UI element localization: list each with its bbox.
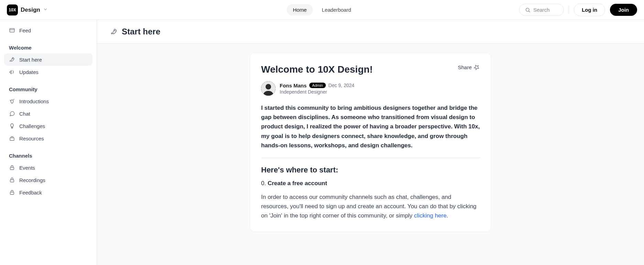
sidebar-item-chat[interactable]: Chat <box>4 107 93 120</box>
sidebar-item-start-here[interactable]: Start here <box>4 53 93 66</box>
post-card: Welcome to 10X Design! Share Fons Mans A… <box>250 53 491 232</box>
post-title: Welcome to 10X Design! <box>261 64 373 75</box>
header-right: Search Log in Join <box>519 3 637 16</box>
svg-rect-5 <box>10 192 14 194</box>
sidebar-item-label: Chat <box>19 111 30 117</box>
sidebar-item-label: Recordings <box>19 177 45 183</box>
share-label: Share <box>458 64 472 70</box>
section-community: Community <box>4 86 93 95</box>
chat-icon <box>9 110 15 117</box>
svg-rect-1 <box>10 29 14 32</box>
svg-point-8 <box>266 84 271 89</box>
step-title: Create a free account <box>268 180 327 187</box>
search-input[interactable]: Search <box>519 4 564 16</box>
section-welcome: Welcome <box>4 45 93 53</box>
sidebar-item-label: Start here <box>19 57 42 63</box>
sidebar-item-label: Resources <box>19 136 44 141</box>
sidebar: Feed Welcome Start here Updates Communit… <box>0 20 97 265</box>
sidebar-item-events[interactable]: Events <box>4 161 93 174</box>
step-0: 0. Create a free account <box>261 180 480 187</box>
sidebar-item-label: Events <box>19 165 35 171</box>
search-placeholder: Search <box>533 7 550 13</box>
pin-icon <box>474 64 480 70</box>
wave-icon <box>9 98 15 104</box>
post-date: Dec 9, 2024 <box>329 83 355 88</box>
top-nav: Home Leaderboard <box>287 4 357 15</box>
admin-badge: Admin <box>309 83 325 88</box>
rocket-icon <box>110 28 118 35</box>
post-paragraph: In order to access our community channel… <box>261 192 480 221</box>
brand-logo: 10X <box>7 4 18 15</box>
sidebar-item-recordings[interactable]: Recordings <box>4 174 93 186</box>
lock-icon <box>9 177 15 183</box>
top-header: 10X Design Home Leaderboard Search Log i… <box>0 0 644 20</box>
login-button[interactable]: Log in <box>574 3 605 16</box>
para-text-end: . <box>447 212 448 219</box>
sidebar-item-label: Introductions <box>19 98 49 104</box>
avatar[interactable] <box>261 81 276 96</box>
brand-name: Design <box>21 7 40 13</box>
page-header: Start here <box>97 20 644 44</box>
sidebar-item-feedback[interactable]: Feedback <box>4 186 93 199</box>
author-subtitle: Independent Designer <box>280 89 354 95</box>
step-number: 0. <box>261 180 266 187</box>
svg-point-6 <box>115 30 115 31</box>
search-icon <box>525 7 530 13</box>
megaphone-icon <box>9 69 15 75</box>
author-row: Fons Mans Admin Dec 9, 2024 Independent … <box>261 81 480 96</box>
brand-block[interactable]: 10X Design <box>7 4 48 15</box>
sidebar-item-label: Feedback <box>19 190 42 195</box>
link-clicking-here[interactable]: clicking here <box>414 212 447 219</box>
sidebar-item-feed[interactable]: Feed <box>4 24 93 36</box>
svg-rect-4 <box>10 180 14 182</box>
lock-icon <box>9 189 15 195</box>
package-icon <box>9 135 15 141</box>
share-button[interactable]: Share <box>458 64 480 70</box>
sidebar-item-challenges[interactable]: Challenges <box>4 120 93 132</box>
divider <box>569 6 569 14</box>
sidebar-item-label: Updates <box>19 69 39 75</box>
rocket-icon <box>9 56 15 63</box>
lightbulb-icon <box>9 123 15 129</box>
feed-icon <box>9 27 15 33</box>
chevron-down-icon[interactable] <box>43 7 48 13</box>
section-channels: Channels <box>4 153 93 161</box>
svg-point-2 <box>13 59 13 59</box>
lock-icon <box>9 165 15 171</box>
nav-home[interactable]: Home <box>287 4 313 15</box>
sidebar-item-label: Challenges <box>19 123 45 129</box>
main-content: Start here Welcome to 10X Design! Share … <box>97 20 644 265</box>
sidebar-item-updates[interactable]: Updates <box>4 66 93 78</box>
nav-leaderboard[interactable]: Leaderboard <box>315 4 357 15</box>
section-heading: Here's where to start: <box>261 166 480 174</box>
page-title: Start here <box>122 27 160 36</box>
post-intro: I started this community to bring ambiti… <box>261 103 480 150</box>
sidebar-item-introductions[interactable]: Introductions <box>4 95 93 107</box>
join-button[interactable]: Join <box>610 4 637 16</box>
divider <box>261 158 480 158</box>
sidebar-item-label: Feed <box>19 28 31 33</box>
sidebar-item-resources[interactable]: Resources <box>4 132 93 145</box>
author-name[interactable]: Fons Mans <box>280 83 307 88</box>
svg-rect-3 <box>10 167 14 170</box>
